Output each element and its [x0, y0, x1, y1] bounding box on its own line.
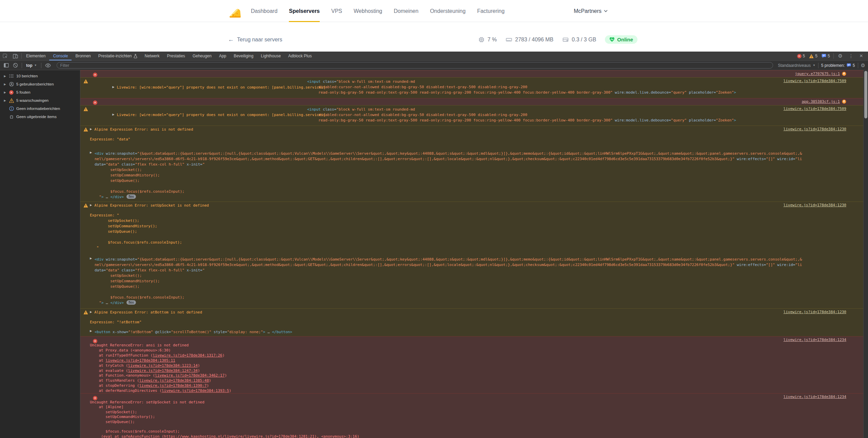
source-link[interactable]: livewire.js?id=178de384:7509 [784, 107, 846, 111]
tab-console[interactable]: Console [49, 52, 72, 60]
console-settings-icon[interactable]: ⚙ [861, 62, 865, 69]
tab-app[interactable]: App [215, 52, 230, 60]
inspect-element-icon[interactable] [0, 52, 10, 60]
warning-icon [809, 54, 814, 58]
expand-arrow-icon[interactable]: ▶ [90, 127, 92, 132]
tab-prestatie-inzichten[interactable]: Prestatie-inzichten [95, 52, 141, 60]
issues-counter[interactable]: 5 [820, 54, 831, 58]
error-icon [93, 339, 97, 343]
sidebar-item-verbose[interactable]: Geen uitgebreide items [0, 113, 80, 121]
clear-console-icon[interactable] [12, 63, 19, 68]
console-message-warning: ▶Alpine Expression Error: ansi is not de… [80, 126, 863, 202]
info-icon [9, 106, 14, 111]
main-nav: Dashboard Spelservers VPS Webhosting Dom… [251, 0, 505, 22]
warning-icon [83, 203, 88, 208]
console-message-error: Failed to load resource: the server resp… [80, 98, 863, 105]
expand-arrow-icon[interactable]: ▶ [90, 329, 92, 332]
source-link[interactable]: app.385383cf.js:1 [802, 99, 840, 104]
list-icon [9, 74, 14, 78]
message-title: Alpine Expression Error: setUpSocket is … [94, 203, 209, 208]
ram-value: 2783 / 4096 MB [515, 37, 553, 43]
expand-arrow-icon[interactable]: ▶ [90, 257, 92, 260]
sidebar-item-user-messages[interactable]: ▶ 5 gebruikersberichten [0, 80, 80, 88]
heart-pulse-icon [609, 37, 615, 42]
expand-arrow-icon[interactable]: ▶ [90, 310, 92, 315]
expression-text: Expression: " setUpSocket(); setUpComman… [90, 213, 802, 251]
console-message-warning: <input class="block w-full sm:text-sm ro… [80, 105, 863, 126]
nav-dashboard[interactable]: Dashboard [251, 0, 277, 22]
back-link[interactable]: ← Terug naar servers [228, 36, 282, 43]
expand-arrow-icon[interactable]: ▶ [3, 75, 6, 78]
server-stats: 7 % 2783 / 4096 MB [478, 35, 637, 44]
tab-adblock-plus[interactable]: Adblock Plus [284, 52, 315, 60]
sidebar-item-info[interactable]: Geen informatieberichten [0, 104, 80, 113]
tab-beveiliging[interactable]: Beveiliging [230, 52, 257, 60]
warning-counter[interactable]: 5 [808, 54, 819, 58]
tab-elementen[interactable]: Elementen [22, 52, 49, 60]
source-link[interactable]: livewire.js?id=178de384:1230 [784, 310, 846, 314]
console-sidebar-toggle-icon[interactable] [3, 63, 10, 68]
nav-domeinen[interactable]: Domeinen [394, 0, 418, 22]
expand-arrow-icon[interactable]: ▶ [90, 151, 92, 154]
nav-ondersteuning[interactable]: Ondersteuning [430, 0, 466, 22]
expand-arrow-icon[interactable]: ▶ [3, 99, 6, 102]
dropdown-arrow-icon: ▼ [813, 64, 815, 67]
error-icon [93, 73, 97, 77]
status-label: Online [617, 37, 633, 42]
tab-prestaties[interactable]: Prestaties [163, 52, 189, 60]
source-link[interactable]: livewire.js?id=178de384:1230 [784, 203, 846, 207]
adblock-icon [842, 99, 846, 104]
expand-arrow-icon[interactable]: ▶ [112, 112, 114, 117]
sidebar-item-all-messages[interactable]: ▶ 10 berichten [0, 72, 80, 80]
kebab-menu-icon[interactable]: ⋮ [846, 53, 856, 59]
execution-context-selector[interactable]: top ▼ [25, 63, 38, 68]
problems-indicator[interactable]: 5 problemen: 5 [821, 63, 855, 68]
source-link[interactable]: livewire.js?id=178de384:1230 [784, 127, 846, 131]
ram-icon [506, 36, 512, 43]
source-link[interactable]: jquery.e7707675.js:1 [795, 72, 840, 76]
tab-bronnen[interactable]: Bronnen [72, 52, 94, 60]
account-menu[interactable]: McPartners [574, 0, 608, 22]
console-messages: Failed to load resource: the server resp… [80, 70, 863, 438]
issues-icon [822, 54, 826, 58]
element-preview: ▶ <div wire:snapshot="{&quot;data&quot;:… [90, 151, 802, 200]
settings-gear-icon[interactable]: ⚙ [836, 53, 845, 59]
chevron-down-icon [604, 10, 608, 12]
tab-geheugen[interactable]: Geheugen [189, 52, 215, 60]
devtools-tabbar: Elementen Console Bronnen Prestatie-inzi… [0, 52, 868, 61]
device-toolbar-icon[interactable] [10, 52, 21, 60]
element-preview: ▶ <button x-show="!atBottom" @click="scr… [90, 329, 802, 335]
cpu-stat: 7 % [478, 36, 497, 43]
nav-facturering[interactable]: Facturering [477, 0, 505, 22]
nav-spelservers[interactable]: Spelservers [289, 0, 320, 22]
server-subheader: ← Terug naar servers 7 % [0, 22, 868, 52]
sidebar-item-warnings[interactable]: ▶ 5 waarschuwingen [0, 96, 80, 104]
tab-lighthouse[interactable]: Lighthouse [257, 52, 284, 60]
source-link[interactable]: livewire.js?id=178de384:1234 [784, 395, 846, 399]
error-counter[interactable]: 5 [796, 54, 807, 58]
source-link[interactable]: livewire.js?id=178de384:7509 [784, 79, 846, 83]
console-filter-input[interactable] [57, 62, 773, 69]
divider [41, 63, 41, 68]
disk-value: 0.3 / 3 GB [572, 37, 596, 43]
console-scrollbar[interactable] [863, 70, 868, 438]
nav-webhosting[interactable]: Webhosting [354, 0, 382, 22]
log-levels-dropdown[interactable]: Standaardniveaus ▼ [778, 63, 815, 68]
warning-icon [83, 79, 88, 83]
expression-text: Expression: "!atBottom" [90, 320, 802, 325]
nav-vps[interactable]: VPS [331, 0, 342, 22]
cheese-logo-icon[interactable] [229, 7, 241, 20]
issues-icon [847, 63, 851, 68]
sidebar-item-errors[interactable]: ▶ 5 fouten [0, 88, 80, 96]
close-devtools-icon[interactable]: × [857, 53, 865, 59]
expand-arrow-icon[interactable]: ▶ [112, 84, 114, 90]
live-expression-eye-icon[interactable] [44, 63, 52, 68]
ram-stat: 2783 / 4096 MB [506, 36, 553, 43]
expand-arrow-icon[interactable]: ▶ [3, 83, 6, 86]
divider [22, 63, 22, 68]
expand-arrow-icon[interactable]: ▶ [3, 91, 6, 94]
expand-arrow-icon[interactable]: ▶ [90, 203, 92, 208]
tab-netwerk[interactable]: Netwerk [141, 52, 163, 60]
scrollbar-thumb[interactable] [864, 71, 867, 118]
source-link[interactable]: livewire.js?id=178de384:1234 [784, 338, 846, 342]
